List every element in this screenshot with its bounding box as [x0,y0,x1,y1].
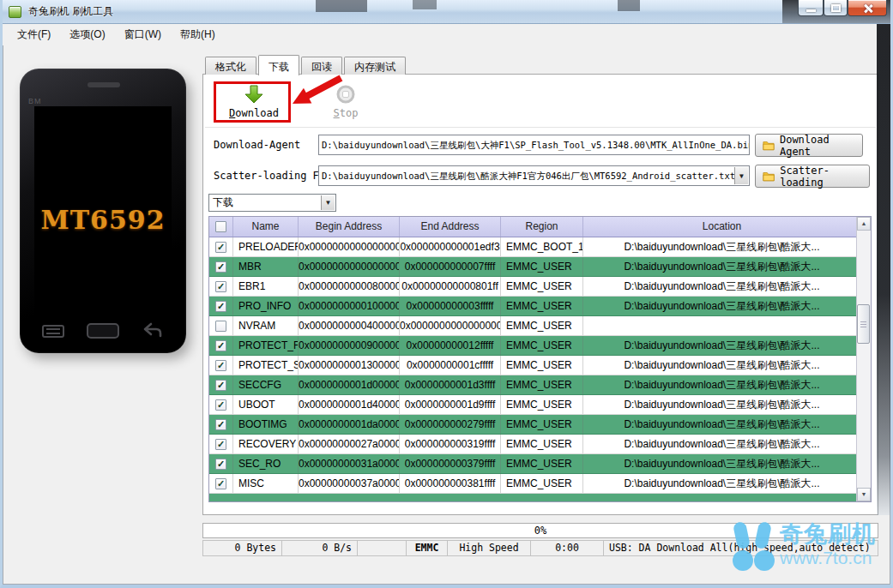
close-icon [863,3,873,13]
scrollbar-thumb[interactable] [857,304,870,344]
scrollbar-track[interactable] [857,231,871,488]
status-cell: 0 B/s [282,540,358,556]
scatter-loading-button[interactable]: Scatter-loading [755,165,870,188]
table-row[interactable]: ✓ PROTECT_F 0x0000000000900000 0x0000000… [209,336,856,356]
row-checkbox[interactable]: ✓ [215,439,226,450]
table-row[interactable]: ✓ SEC_RO 0x00000000031a0000 0x0000000003… [209,454,856,474]
table-row[interactable]: ✓ SECCFG 0x0000000001d00000 0x0000000001… [209,375,856,395]
cell-name: PRELOADER [233,237,299,256]
cell-name: PRO_INFO [233,297,299,315]
table-row[interactable]: ✓ PRO_INFO 0x0000000000100000 0x00000000… [209,297,856,316]
menu-item[interactable]: 文件(F) [8,25,60,45]
title-bar[interactable]: 奇兔刷机 刷机工具 [0,0,893,24]
row-checkbox[interactable]: ✓ [215,459,226,470]
stop-button[interactable]: Stop [322,85,370,121]
cell-end-address: 0x000000000319ffff [400,435,501,453]
header-end-address[interactable]: End Address [400,217,501,237]
row-checkbox[interactable]: ✓ [215,242,226,253]
cell-end-address: 0x000000000379ffff [400,454,501,473]
cell-end-address: 0x00000000003fffff [400,297,501,315]
toolbar-separator [205,127,876,128]
download-agent-label: Download-Agent [214,139,300,151]
cell-end-address: 0x0000000000000000 [400,316,501,335]
row-checkbox[interactable] [215,321,226,332]
header-checkbox-cell [209,217,233,237]
table-row[interactable]: ✓ EBR1 0x0000000000080000 0x000000000008… [209,277,856,297]
cell-end-address: 0x0000000001d3ffff [400,375,501,394]
row-checkbox[interactable]: ✓ [215,301,226,312]
folder-icon [763,140,775,151]
folder-icon [763,171,775,182]
tab[interactable]: 内存测试 [344,57,406,75]
header-region[interactable]: Region [501,217,583,237]
menu-item[interactable]: 帮助(H) [171,25,225,45]
table-row[interactable]: ✓ MBR 0x0000000000000000 0x000000000007f… [209,257,856,277]
tab[interactable]: 回读 [301,57,342,75]
mode-dropdown-arrow-icon[interactable]: ▼ [321,195,335,210]
row-checkbox[interactable]: ✓ [215,399,226,411]
tab[interactable]: 下载 [258,55,299,75]
menu-item[interactable]: 窗口(W) [115,25,171,45]
tab[interactable]: 格式化 [205,57,256,75]
header-location[interactable]: Location [583,217,856,237]
row-checkbox[interactable]: ✓ [215,360,226,371]
scatter-dropdown-arrow-icon[interactable]: ▼ [734,167,748,184]
mode-select[interactable]: 下载 ▼ [208,194,336,212]
cell-begin-address: 0x0000000001d00000 [299,375,400,394]
cell-location: D:\baiduyundownload\三星线刷包\酷派大... [583,435,856,453]
cell-begin-address: 0x0000000001300000 [299,356,400,375]
phone-speaker [87,82,120,87]
row-checkbox[interactable]: ✓ [215,380,226,391]
scroll-down-icon[interactable]: ▼ [857,488,871,501]
table-row[interactable]: ✓ BOOTIMG 0x0000000001da0000 0x000000000… [209,415,856,435]
minimize-icon [806,9,816,12]
scatter-file-input[interactable]: D:\baiduyundownload\三星线刷包\酷派大神F1官方046出厂包… [318,165,750,186]
cell-begin-address: 0x0000000000080000 [299,277,400,296]
row-checkbox[interactable]: ✓ [215,478,226,489]
download-agent-input[interactable]: D:\baiduyundownload\三星线刷包\大神F1\SP_Flash_… [318,135,750,155]
table-row[interactable]: ✓ MISC 0x00000000037a0000 0x000000000381… [209,474,856,494]
download-agent-button[interactable]: Download Agent [755,134,863,157]
cell-location: D:\baiduyundownload\三星线刷包\酷派大... [583,356,856,375]
row-checkbox[interactable]: ✓ [215,261,226,273]
close-button[interactable] [848,0,887,16]
phone-brand-label: BM [28,97,42,105]
partition-table: Name Begin Address End Address Region Lo… [208,216,872,502]
table-row[interactable]: NVRAM 0x0000000000400000 0x0000000000000… [209,316,856,336]
table-row[interactable]: ✓ UBOOT 0x0000000001d40000 0x0000000001d… [209,395,856,415]
table-row[interactable]: ✓ PROTECT_S 0x0000000001300000 0x0000000… [209,356,856,375]
cell-name: UBOOT [233,395,299,414]
scroll-up-icon[interactable]: ▲ [857,217,871,231]
app-icon [9,6,21,18]
tab-strip: 格式化下载回读内存测试 [205,55,407,75]
table-row[interactable]: ✓ RECOVERY 0x00000000027a0000 0x00000000… [209,435,856,454]
table-row[interactable]: ✓ PRELOADER 0x0000000000000000 0x0000000… [209,237,856,257]
maximize-icon [831,4,841,12]
annotation-highlight-box [214,81,291,123]
cell-end-address: 0x0000000001d9ffff [400,395,501,414]
home-key-icon [87,323,119,339]
window-controls [798,0,887,16]
menu-item[interactable]: 选项(O) [60,25,114,45]
row-checkbox[interactable]: ✓ [215,419,226,430]
cell-name: EBR1 [233,277,299,296]
maximize-button[interactable] [824,0,848,16]
cell-location: D:\baiduyundownload\三星线刷包\酷派大... [583,375,856,394]
cell-name: SECCFG [233,375,299,394]
row-checkbox[interactable]: ✓ [215,281,226,292]
status-cell: High Speed [448,540,531,556]
chipset-label: MT6592 [34,205,172,235]
table-row-partial [209,494,856,501]
minimize-button[interactable] [798,0,824,16]
cell-location: D:\baiduyundownload\三星线刷包\酷派大... [583,454,856,473]
status-cell: USB: DA Download All(high speed,auto det… [604,540,878,556]
header-begin-address[interactable]: Begin Address [299,217,400,237]
cell-end-address: 0x00000000000801ff [400,277,501,296]
cell-region: EMMC_USER [501,316,583,335]
select-all-checkbox[interactable] [215,221,226,232]
row-checkbox[interactable]: ✓ [215,340,226,351]
menu-bar: 文件(F)选项(O)窗口(W)帮助(H) [3,24,890,45]
cell-begin-address: 0x0000000000900000 [299,336,400,355]
header-name[interactable]: Name [233,217,299,237]
table-scrollbar[interactable]: ▲ ▼ [856,217,871,501]
